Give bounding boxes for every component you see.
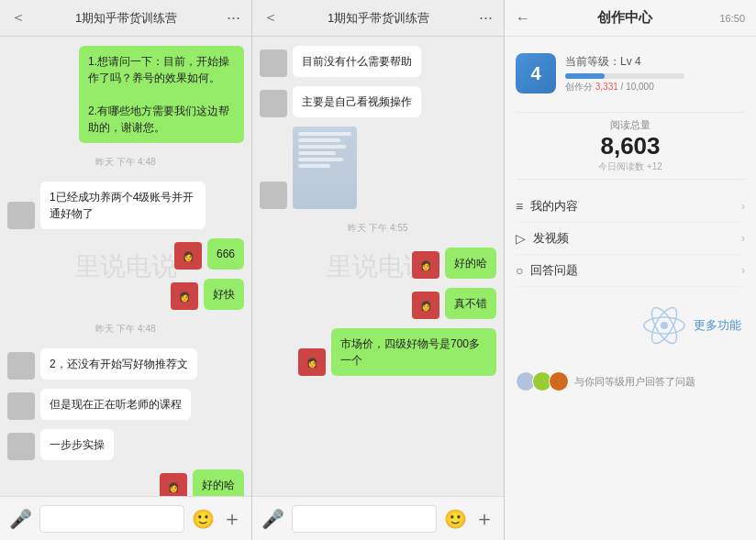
menu-list: ≡ 我的内容 › ▷ 发视频 › ○ 回答问题 › bbox=[516, 191, 745, 287]
image-message bbox=[293, 127, 357, 209]
timestamp: 昨天 下午 4:55 bbox=[260, 222, 496, 235]
message-bubble: 市场价，四级好物号是700多一个 bbox=[331, 328, 496, 376]
avatar bbox=[7, 352, 35, 380]
level-score-value: 3,331 bbox=[595, 82, 618, 92]
mid-chat-header: ＜ 1期知乎带货训练营 ··· bbox=[252, 0, 504, 37]
level-progress-bar bbox=[565, 73, 605, 79]
message-bubble: 1已经成功养两个4级账号并开通好物了 bbox=[40, 182, 206, 229]
right-panel: ← 创作中心 16:50 4 当前等级：Lv 4 创作分 3,331 / 10,… bbox=[505, 0, 756, 540]
video-icon: ▷ bbox=[516, 231, 526, 246]
table-row: 但是现在正在听老师的课程 bbox=[7, 389, 244, 420]
menu-item-video[interactable]: ▷ 发视频 › bbox=[516, 223, 745, 255]
more-button[interactable]: 更多功能 bbox=[694, 317, 741, 334]
stats-section: 阅读总量 8,603 今日阅读数 +12 bbox=[516, 112, 745, 180]
left-chat-title: 1期知乎带货训练营 bbox=[75, 10, 177, 27]
table-row: 好的哈 👩 bbox=[7, 469, 244, 496]
chevron-right-icon: › bbox=[741, 232, 745, 245]
avatar: 👩 bbox=[412, 251, 439, 279]
stats-value: 8,603 bbox=[516, 132, 745, 160]
level-row: 4 当前等级：Lv 4 创作分 3,331 / 10,000 bbox=[516, 46, 745, 101]
stats-label: 阅读总量 bbox=[516, 118, 745, 132]
message-bubble: 1.想请问一下：目前，开始操作了吗？养号的效果如何。 2.有哪些地方需要我们这边… bbox=[79, 46, 244, 143]
mic-icon[interactable]: 🎤 bbox=[9, 508, 32, 530]
left-more-icon[interactable]: ··· bbox=[227, 8, 240, 28]
more-section: 更多功能 bbox=[516, 298, 745, 353]
qa-icon: ○ bbox=[516, 263, 523, 278]
message-bubble: 好的哈 bbox=[193, 469, 244, 496]
left-chat-panel: ＜ 1期知乎带货训练营 ··· 里说电说 1.想请问一下：目前，开始操作了吗？养… bbox=[0, 0, 252, 540]
left-chat-footer: 🎤 🙂 ＋ bbox=[0, 496, 251, 540]
emoji-icon[interactable]: 🙂 bbox=[444, 508, 467, 530]
avatar: 👩 bbox=[171, 282, 198, 310]
table-row: 真不错 👩 bbox=[260, 288, 496, 319]
level-info: 当前等级：Lv 4 创作分 3,331 / 10,000 bbox=[565, 54, 684, 94]
left-chat-header: ＜ 1期知乎带货训练营 ··· bbox=[0, 0, 251, 37]
table-row: 1已经成功养两个4级账号并开通好物了 bbox=[7, 182, 244, 229]
message-bubble: 2，还没有开始写好物推荐文 bbox=[40, 348, 197, 380]
timestamp: 昨天 下午 4:48 bbox=[7, 156, 244, 169]
message-bubble: 666 bbox=[207, 238, 244, 270]
mid-chat-body: 里说电说 目前没有什么需要帮助 主要是自己看视频操作 bbox=[252, 37, 504, 496]
avatar: 👩 bbox=[174, 242, 202, 270]
level-score: 创作分 3,331 / 10,000 bbox=[565, 81, 684, 94]
content-icon: ≡ bbox=[516, 199, 523, 214]
menu-label: 我的内容 bbox=[530, 198, 578, 215]
stats-sub: 今日阅读数 +12 bbox=[516, 160, 745, 173]
right-body: 4 当前等级：Lv 4 创作分 3,331 / 10,000 阅读总量 8,60… bbox=[505, 37, 756, 408]
mid-chat-panel: ＜ 1期知乎带货训练营 ··· 里说电说 目前没有什么需要帮助 主要是自己看视频… bbox=[252, 0, 505, 540]
message-bubble: 好的哈 bbox=[445, 248, 496, 279]
chat-input[interactable] bbox=[39, 505, 184, 533]
atom-icon bbox=[639, 301, 690, 351]
emoji-icon[interactable]: 🙂 bbox=[192, 508, 215, 530]
level-title: 当前等级：Lv 4 bbox=[565, 54, 684, 70]
level-badge: 4 bbox=[516, 53, 556, 94]
avatar: 👩 bbox=[412, 292, 439, 319]
table-row: 市场价，四级好物号是700多一个 👩 bbox=[260, 328, 496, 376]
avatar: 👩 bbox=[160, 473, 187, 496]
svg-point-0 bbox=[661, 322, 668, 329]
right-back-icon[interactable]: ← bbox=[516, 10, 530, 27]
mid-more-icon[interactable]: ··· bbox=[479, 8, 493, 28]
add-icon[interactable]: ＋ bbox=[222, 505, 242, 533]
bottom-text: 与你同等级用户回答了问题 bbox=[574, 375, 695, 389]
message-bubble: 一步步实操 bbox=[40, 429, 114, 460]
mic-icon[interactable]: 🎤 bbox=[261, 508, 284, 530]
mid-back-icon[interactable]: ＜ bbox=[263, 8, 278, 28]
table-row: 好的哈 👩 bbox=[260, 248, 496, 279]
avatar: 👩 bbox=[298, 348, 326, 376]
left-back-icon[interactable]: ＜ bbox=[11, 8, 26, 28]
avatar bbox=[7, 392, 35, 420]
menu-label: 回答问题 bbox=[530, 262, 578, 279]
message-bubble: 好快 bbox=[204, 279, 244, 310]
chevron-right-icon: › bbox=[741, 200, 745, 213]
table-row: 好快 👩 bbox=[7, 279, 244, 310]
table-row: 主要是自己看视频操作 bbox=[260, 86, 496, 117]
chat-input[interactable] bbox=[292, 505, 437, 533]
mid-chat-title: 1期知乎带货训练营 bbox=[328, 10, 429, 27]
add-icon[interactable]: ＋ bbox=[474, 505, 495, 533]
message-bubble: 目前没有什么需要帮助 bbox=[293, 46, 421, 77]
avatar bbox=[7, 202, 35, 229]
table-row: 2，还没有开始写好物推荐文 bbox=[7, 348, 244, 380]
mid-chat-footer: 🎤 🙂 ＋ bbox=[252, 496, 504, 540]
right-header: ← 创作中心 16:50 bbox=[505, 0, 756, 37]
level-score-max: 10,000 bbox=[626, 82, 654, 92]
menu-item-content[interactable]: ≡ 我的内容 › bbox=[516, 191, 745, 223]
table-row: 一步步实操 bbox=[7, 429, 244, 460]
menu-item-qa[interactable]: ○ 回答问题 › bbox=[516, 255, 745, 287]
right-time: 16:50 bbox=[719, 13, 745, 24]
table-row: 666 👩 bbox=[7, 238, 244, 270]
level-progress-bar-wrap bbox=[565, 73, 684, 79]
avatar bbox=[260, 182, 287, 209]
timestamp: 昨天 下午 4:48 bbox=[7, 323, 244, 336]
menu-label: 发视频 bbox=[533, 230, 569, 247]
right-title: 创作中心 bbox=[530, 9, 719, 27]
bottom-user-row: 与你同等级用户回答了问题 bbox=[516, 364, 745, 399]
message-bubble: 但是现在正在听老师的课程 bbox=[40, 389, 191, 420]
level-number: 4 bbox=[530, 64, 540, 83]
message-bubble: 主要是自己看视频操作 bbox=[293, 86, 421, 117]
message-bubble: 真不错 bbox=[445, 288, 496, 319]
table-row: 1.想请问一下：目前，开始操作了吗？养号的效果如何。 2.有哪些地方需要我们这边… bbox=[7, 46, 244, 143]
left-chat-body: 里说电说 1.想请问一下：目前，开始操作了吗？养号的效果如何。 2.有哪些地方需… bbox=[0, 37, 251, 496]
avatar bbox=[260, 90, 287, 117]
